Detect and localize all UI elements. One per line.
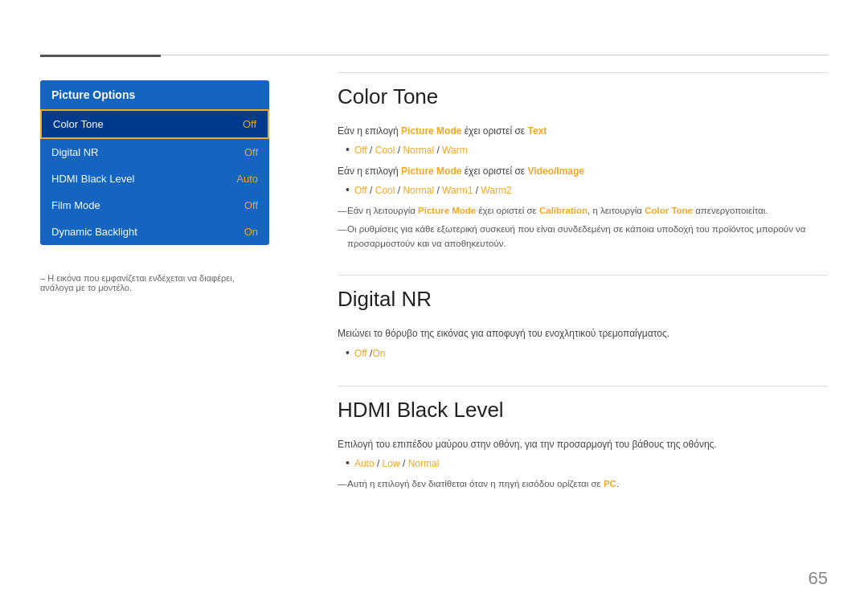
sidebar-item-dynamic-backlight[interactable]: Dynamic Backlight On (40, 219, 269, 245)
section-digital-nr: Digital NR Μειώνει το θόρυβο της εικόνας… (338, 275, 828, 362)
picture-mode-highlight: Picture Mode (401, 125, 461, 137)
bullet1-text: Off / Cool / Normal / Warm (354, 142, 468, 158)
sidebar-picture-options: Picture Options Color Tone Off Digital N… (40, 80, 269, 245)
color-tone-bullet2: Off / Cool / Normal / Warm1 / Warm2 (346, 182, 828, 198)
section-separator-3 (338, 386, 828, 386)
video-image-highlight: Video/Image (528, 166, 584, 177)
section-separator-2 (338, 275, 828, 276)
sidebar-item-color-tone[interactable]: Color Tone Off (40, 109, 269, 139)
color-tone-line2: Εάν η επιλογή Picture Mode έχει οριστεί … (338, 164, 828, 179)
sidebar-item-hdmi-black-level[interactable]: HDMI Black Level Auto (40, 166, 269, 192)
hdmi-black-level-title: HDMI Black Level (338, 398, 828, 427)
text-highlight: Text (528, 125, 547, 137)
sidebar-item-digital-nr[interactable]: Digital NR Off (40, 139, 269, 166)
section-separator (338, 72, 828, 73)
hdmi-black-level-bullet1: Auto / Low / Normal (346, 456, 828, 472)
color-tone-bullet1-list: Off / Cool / Normal / Warm (346, 142, 828, 158)
color-tone-note-highlight: Color Tone (645, 206, 693, 215)
hdmi-black-level-line1: Επιλογή του επιπέδου μαύρου στην οθόνη, … (338, 437, 828, 452)
sidebar-item-digital-nr-value: Off (244, 146, 258, 158)
digital-nr-title: Digital NR (338, 287, 828, 317)
sidebar-item-digital-nr-label: Digital NR (51, 146, 99, 158)
sidebar-item-film-mode[interactable]: Film Mode Off (40, 192, 269, 219)
sidebar-item-hdmi-label: HDMI Black Level (51, 173, 134, 185)
color-tone-bullet1: Off / Cool / Normal / Warm (346, 142, 828, 158)
color-tone-note2: Οι ρυθμίσεις για κάθε εξωτερική συσκευή … (338, 222, 828, 251)
digital-nr-bullet-text: Off /On (354, 345, 385, 362)
sidebar-item-backlight-label: Dynamic Backlight (51, 226, 137, 238)
color-tone-title: Color Tone (338, 84, 828, 114)
hdmi-black-level-bullet-list: Auto / Low / Normal (346, 456, 828, 472)
color-tone-line1: Εάν η επιλογή Picture Mode έχει οριστεί … (338, 124, 828, 139)
section-color-tone: Color Tone Εάν η επιλογή Picture Mode έχ… (338, 72, 828, 251)
picture-mode-highlight2: Picture Mode (401, 166, 461, 177)
sidebar-item-film-label: Film Mode (51, 199, 100, 211)
sidebar-item-backlight-value: On (244, 226, 258, 238)
hdmi-black-level-note: Αυτή η επιλογή δεν διατίθεται όταν η πηγ… (338, 476, 828, 491)
color-tone-bullet2-list: Off / Cool / Normal / Warm1 / Warm2 (346, 182, 828, 198)
top-line-short (40, 55, 161, 57)
section-hdmi-black-level: HDMI Black Level Επιλογή του επιπέδου μα… (338, 386, 828, 492)
sidebar-item-color-tone-value: Off (243, 118, 256, 130)
sidebar-item-color-tone-label: Color Tone (53, 118, 104, 130)
main-content: Color Tone Εάν η επιλογή Picture Mode έχ… (338, 72, 828, 516)
sidebar-item-hdmi-value: Auto (236, 173, 258, 185)
sidebar-title: Picture Options (40, 80, 269, 109)
bullet2-text: Off / Cool / Normal / Warm1 / Warm2 (354, 182, 512, 198)
digital-nr-bullet-list: Off /On (346, 345, 828, 362)
color-tone-note1: Εάν η λειτουργία Picture Mode έχει οριστ… (338, 203, 828, 218)
pc-highlight: PC (604, 479, 616, 488)
hdmi-bullet-text: Auto / Low / Normal (354, 456, 439, 472)
digital-nr-line1: Μειώνει το θόρυβο της εικόνας για αποφυγ… (338, 326, 828, 341)
sidebar-item-film-value: Off (244, 199, 258, 211)
page-number: 65 (809, 568, 828, 589)
calibration-highlight: Calibration (539, 206, 588, 215)
picture-mode-note-highlight: Picture Mode (418, 206, 476, 215)
digital-nr-bullet1: Off /On (346, 345, 828, 362)
sidebar-footnote: – Η εικόνα που εμφανίζεται ενδέχεται να … (40, 273, 269, 292)
